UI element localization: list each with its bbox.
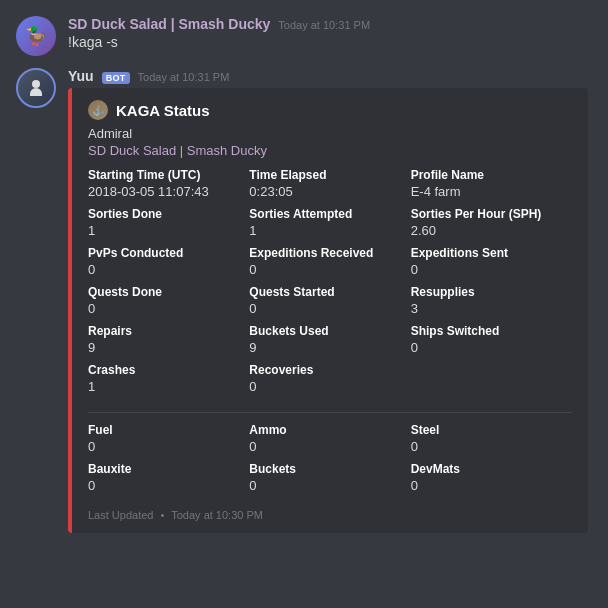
field-ammo-value: 0 [249,439,402,454]
user-message-content: SD Duck Salad | Smash Ducky Today at 10:… [68,16,592,50]
field-repairs: Repairs 9 [88,324,249,355]
embed-fields-grid: Starting Time (UTC) 2018-03-05 11:07:43 … [88,168,572,402]
field-expeditions-received: Expeditions Received 0 [249,246,410,277]
field-steel-value: 0 [411,439,564,454]
user-message-container: 🦆 SD Duck Salad | Smash Ducky Today at 1… [0,0,608,545]
user-message-header: SD Duck Salad | Smash Ducky Today at 10:… [68,16,592,32]
field-expeditions-sent-label: Expeditions Sent [411,246,564,260]
field-sorties-done-value: 1 [88,223,241,238]
field-profile-name-label: Profile Name [411,168,564,182]
field-resupplies-value: 3 [411,301,564,316]
field-starting-time-value: 2018-03-05 11:07:43 [88,184,241,199]
field-pvps-conducted: PvPs Conducted 0 [88,246,249,277]
field-ships-switched-label: Ships Switched [411,324,564,338]
field-quests-done-label: Quests Done [88,285,241,299]
field-bauxite: Bauxite 0 [88,462,249,493]
field-expeditions-sent-value: 0 [411,262,564,277]
field-steel-label: Steel [411,423,564,437]
field-sorties-attempted-value: 1 [249,223,402,238]
user-command: !kaga -s [68,34,592,50]
field-pvps-conducted-label: PvPs Conducted [88,246,241,260]
field-expeditions-received-label: Expeditions Received [249,246,402,260]
field-fuel-value: 0 [88,439,241,454]
field-devmats: DevMats 0 [411,462,572,493]
field-resupplies: Resupplies 3 [411,285,572,316]
bot-username: Yuu [68,68,94,84]
field-profile-name-value: E-4 farm [411,184,564,199]
field-recoveries-value: 0 [249,379,402,394]
field-sorties-attempted: Sorties Attempted 1 [249,207,410,238]
field-ships-switched-value: 0 [411,340,564,355]
bot-message-content: Yuu BOT Today at 10:31 PM ⚓ KAGA Status … [68,68,592,533]
bot-badge: BOT [102,72,130,84]
kaga-icon: ⚓ [88,100,108,120]
field-time-elapsed: Time Elapsed 0:23:05 [249,168,410,199]
field-buckets-used: Buckets Used 9 [249,324,410,355]
field-profile-name: Profile Name E-4 farm [411,168,572,199]
embed-footer: Last Updated • Today at 10:30 PM [88,509,572,521]
bot-avatar [16,68,56,108]
field-buckets-used-value: 9 [249,340,402,355]
bot-message-header: Yuu BOT Today at 10:31 PM [68,68,592,84]
embed-resources-grid: Fuel 0 Ammo 0 Steel 0 Bauxite 0 [88,423,572,501]
field-time-elapsed-label: Time Elapsed [249,168,402,182]
field-sorties-done-label: Sorties Done [88,207,241,221]
bot-timestamp: Today at 10:31 PM [138,71,230,83]
field-buckets-used-label: Buckets Used [249,324,402,338]
field-steel: Steel 0 [411,423,572,454]
field-time-elapsed-value: 0:23:05 [249,184,402,199]
field-quests-done-value: 0 [88,301,241,316]
embed-footer-separator: • [161,509,165,521]
embed-footer-prefix: Last Updated [88,509,153,521]
field-recoveries-label: Recoveries [249,363,402,377]
field-crashes-value: 1 [88,379,241,394]
field-recoveries: Recoveries 0 [249,363,410,394]
field-devmats-value: 0 [411,478,564,493]
svg-point-0 [32,80,40,88]
field-fuel: Fuel 0 [88,423,249,454]
embed-footer-timestamp: Today at 10:30 PM [171,509,263,521]
field-ships-switched: Ships Switched 0 [411,324,572,355]
field-bauxite-value: 0 [88,478,241,493]
field-quests-done: Quests Done 0 [88,285,249,316]
field-crashes-label: Crashes [88,363,241,377]
field-sorties-per-hour-label: Sorties Per Hour (SPH) [411,207,564,221]
embed-title-row: ⚓ KAGA Status [88,100,572,120]
field-buckets-label: Buckets [249,462,402,476]
field-spacer-1 [411,363,572,394]
field-devmats-label: DevMats [411,462,564,476]
field-ammo: Ammo 0 [249,423,410,454]
field-quests-started: Quests Started 0 [249,285,410,316]
field-crashes: Crashes 1 [88,363,249,394]
embed-container: ⚓ KAGA Status Admiral SD Duck Salad | Sm… [68,88,588,533]
field-sorties-done: Sorties Done 1 [88,207,249,238]
field-ammo-label: Ammo [249,423,402,437]
user-username: SD Duck Salad | Smash Ducky [68,16,270,32]
field-fuel-label: Fuel [88,423,241,437]
field-quests-started-value: 0 [249,301,402,316]
embed-divider [88,412,572,413]
user-avatar: 🦆 [16,16,56,56]
field-pvps-conducted-value: 0 [88,262,241,277]
field-expeditions-received-value: 0 [249,262,402,277]
field-quests-started-label: Quests Started [249,285,402,299]
user-message: 🦆 SD Duck Salad | Smash Ducky Today at 1… [16,16,592,56]
field-repairs-label: Repairs [88,324,241,338]
field-starting-time: Starting Time (UTC) 2018-03-05 11:07:43 [88,168,249,199]
user-timestamp: Today at 10:31 PM [278,19,370,31]
field-starting-time-label: Starting Time (UTC) [88,168,241,182]
field-expeditions-sent: Expeditions Sent 0 [411,246,572,277]
field-resupplies-label: Resupplies [411,285,564,299]
bot-message: Yuu BOT Today at 10:31 PM ⚓ KAGA Status … [16,68,592,533]
field-sorties-attempted-label: Sorties Attempted [249,207,402,221]
embed-player-name: SD Duck Salad | Smash Ducky [88,143,572,158]
field-sorties-per-hour-value: 2.60 [411,223,564,238]
field-sorties-per-hour: Sorties Per Hour (SPH) 2.60 [411,207,572,238]
field-repairs-value: 9 [88,340,241,355]
embed-title: KAGA Status [116,102,210,119]
field-bauxite-label: Bauxite [88,462,241,476]
field-buckets: Buckets 0 [249,462,410,493]
embed-rank: Admiral [88,126,572,141]
field-buckets-value: 0 [249,478,402,493]
